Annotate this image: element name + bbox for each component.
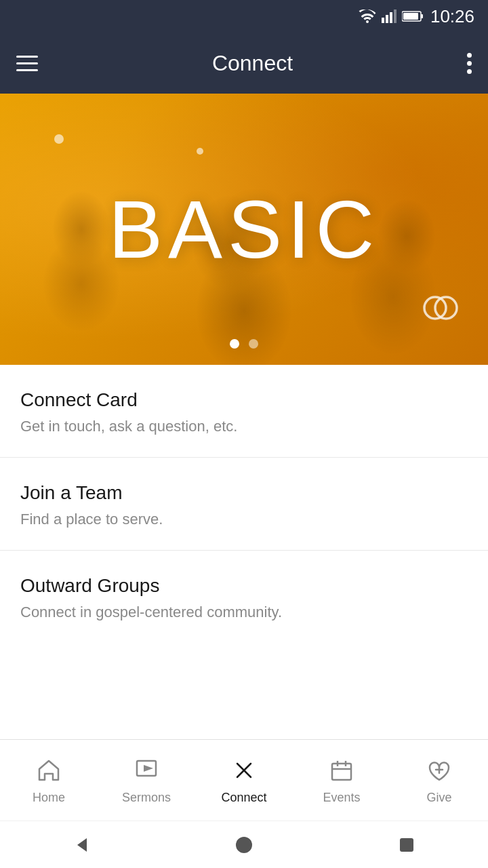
- give-icon: [424, 755, 454, 785]
- app-bar: Connect: [0, 33, 488, 94]
- svg-rect-6: [403, 13, 418, 20]
- hero-dot-1: [54, 134, 64, 144]
- back-button[interactable]: [61, 825, 102, 865]
- bottom-navigation: Home Sermons Connect: [0, 739, 488, 821]
- hero-dot-2: [197, 148, 203, 155]
- svg-point-19: [236, 837, 252, 853]
- svg-rect-20: [400, 838, 413, 852]
- church-logo: [420, 288, 461, 331]
- svg-rect-3: [394, 9, 396, 23]
- outward-groups-title: Outward Groups: [20, 575, 468, 597]
- hero-title: BASIC: [108, 182, 380, 276]
- svg-rect-1: [386, 15, 388, 23]
- hero-banner[interactable]: BASIC: [0, 94, 488, 365]
- give-label: Give: [426, 791, 451, 805]
- outward-groups-subtitle: Connect in gospel-centered community.: [20, 604, 468, 621]
- status-time: 10:26: [430, 6, 474, 27]
- signal-icon: [382, 9, 396, 23]
- status-icons: [359, 9, 424, 23]
- join-team-title: Join a Team: [20, 482, 468, 504]
- home-icon: [34, 755, 64, 785]
- svg-rect-5: [421, 14, 423, 18]
- svg-line-13: [244, 770, 251, 777]
- battery-icon: [402, 10, 424, 22]
- status-bar: 10:26: [0, 0, 488, 33]
- sermons-label: Sermons: [122, 791, 171, 805]
- home-label: Home: [33, 791, 65, 805]
- system-navigation: [0, 821, 488, 868]
- join-team-item[interactable]: Join a Team Find a place to serve.: [0, 458, 488, 551]
- nav-give[interactable]: Give: [390, 755, 488, 805]
- outward-groups-item[interactable]: Outward Groups Connect in gospel-centere…: [0, 551, 488, 643]
- sermons-icon: [131, 755, 161, 785]
- hero-carousel-dots: [230, 339, 258, 349]
- wifi-icon: [359, 9, 376, 23]
- connect-card-item[interactable]: Connect Card Get in touch, ask a questio…: [0, 365, 488, 458]
- page-title: Connect: [212, 51, 293, 76]
- svg-rect-2: [390, 12, 392, 23]
- connect-icon: [229, 755, 259, 785]
- nav-sermons[interactable]: Sermons: [98, 755, 195, 805]
- svg-marker-10: [144, 765, 153, 772]
- more-options-icon[interactable]: [467, 53, 472, 74]
- recents-button[interactable]: [386, 825, 427, 865]
- svg-line-12: [237, 764, 244, 770]
- connect-label: Connect: [221, 791, 266, 805]
- svg-rect-14: [332, 764, 351, 780]
- nav-home[interactable]: Home: [0, 755, 98, 805]
- svg-rect-0: [382, 18, 384, 23]
- connect-card-subtitle: Get in touch, ask a question, etc.: [20, 418, 468, 435]
- home-button[interactable]: [224, 825, 264, 865]
- events-label: Events: [323, 791, 360, 805]
- events-icon: [327, 755, 357, 785]
- carousel-dot-1[interactable]: [230, 339, 239, 349]
- content-list: Connect Card Get in touch, ask a questio…: [0, 365, 488, 643]
- connect-card-title: Connect Card: [20, 389, 468, 411]
- nav-events[interactable]: Events: [293, 755, 390, 805]
- hamburger-menu-icon[interactable]: [16, 56, 38, 71]
- carousel-dot-2[interactable]: [249, 339, 258, 349]
- nav-connect[interactable]: Connect: [195, 755, 293, 805]
- svg-marker-18: [77, 838, 87, 852]
- join-team-subtitle: Find a place to serve.: [20, 511, 468, 528]
